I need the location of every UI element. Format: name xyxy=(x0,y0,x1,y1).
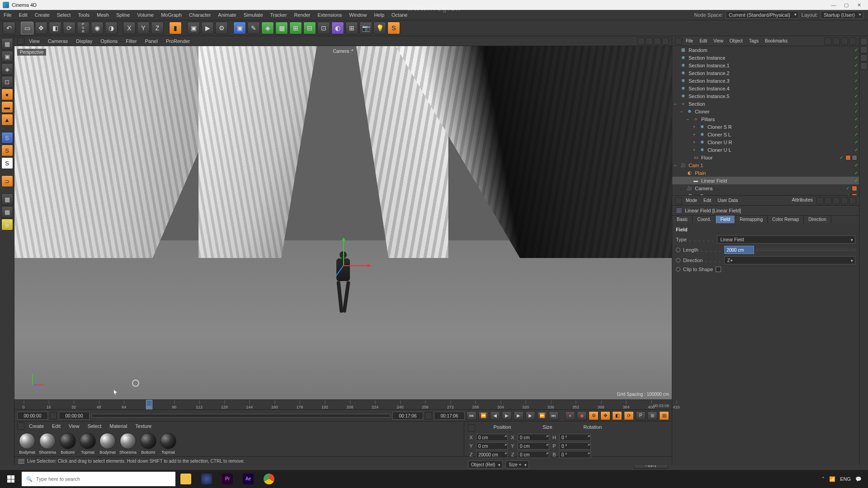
play-backward[interactable]: ▶ xyxy=(502,411,512,420)
render-picture[interactable]: ▶ xyxy=(201,22,214,34)
param-key[interactable]: P xyxy=(636,411,646,420)
material-item[interactable]: Bodymat xyxy=(19,433,35,455)
tree-expand-icon[interactable]: + xyxy=(693,132,698,137)
menu-octane[interactable]: Octane xyxy=(388,11,411,19)
enable-toggle[interactable]: ✓ xyxy=(854,125,859,129)
record-key[interactable]: ● xyxy=(565,411,575,420)
tree-expand-icon[interactable]: – xyxy=(680,109,685,114)
object-row[interactable]: –○Pillars✓ xyxy=(672,115,859,123)
objmenu-tags[interactable]: Tags xyxy=(746,38,761,44)
attrtab-direction[interactable]: Direction xyxy=(804,216,831,223)
enable-toggle[interactable]: ✓ xyxy=(854,71,859,75)
workplane-mode[interactable]: ⊡ xyxy=(1,76,13,88)
menu-select[interactable]: Select xyxy=(53,11,75,19)
size-y[interactable]: 0 cm xyxy=(518,442,549,450)
taskbar-search[interactable]: 🔍 Type here to search xyxy=(22,472,175,486)
viewmenu-display[interactable]: Display xyxy=(72,37,96,45)
matmenu-material[interactable]: Material xyxy=(106,422,131,430)
rotate-tool[interactable]: ⟳ xyxy=(63,22,75,34)
matmenu-texture[interactable]: Texture xyxy=(132,422,155,430)
object-row[interactable]: ▬Linear Field✓ xyxy=(672,177,859,184)
menu-mesh[interactable]: Mesh xyxy=(93,11,113,19)
attr-up-icon[interactable] xyxy=(825,197,832,204)
attrtab-coord-[interactable]: Coord. xyxy=(693,216,716,223)
camera-button[interactable]: 📷 xyxy=(359,22,372,34)
attr-clip-checkbox[interactable] xyxy=(716,267,721,272)
object-tag-icon[interactable] xyxy=(852,155,857,160)
viewport-nav-2[interactable] xyxy=(646,38,653,45)
timeline-ruler[interactable]: 00:03:09 0163248648096112128144160176192… xyxy=(14,399,672,409)
object-tree[interactable]: ⊞Random✓❄Section Instance✓❄Section Insta… xyxy=(672,46,859,195)
size-x[interactable]: 0 cm xyxy=(518,434,549,441)
deformer-button[interactable]: ◐ xyxy=(331,22,344,34)
menu-tracker[interactable]: Tracker xyxy=(267,11,291,19)
cube-primitive[interactable]: ▮ xyxy=(169,22,182,34)
viewport-solo[interactable]: ▦ xyxy=(1,193,13,205)
select-tool[interactable]: ▭ xyxy=(21,22,33,34)
viewport-solo3[interactable]: ◉ xyxy=(1,219,13,230)
keyframe-sel[interactable]: ⚙ xyxy=(589,411,599,420)
menu-mograph[interactable]: MoGraph xyxy=(157,11,185,19)
cloner-button[interactable]: ⊟ xyxy=(303,22,316,34)
taskbar-explorer[interactable] xyxy=(175,470,196,488)
enable-toggle[interactable]: ✓ xyxy=(854,48,859,52)
viewport-solo2[interactable]: ▩ xyxy=(1,206,13,218)
object-row[interactable]: ❄Section Instance.4✓ xyxy=(672,84,859,92)
menu-animate[interactable]: Animate xyxy=(214,11,240,19)
object-row[interactable]: ❄Section Instance.5✓ xyxy=(672,92,859,100)
pos-y[interactable]: 0 cm xyxy=(476,442,508,450)
attrtab-field[interactable]: Field xyxy=(716,216,735,223)
enable-toggle[interactable]: ✓ xyxy=(846,186,850,191)
window-maximize[interactable]: ▢ xyxy=(840,1,853,9)
tree-expand-icon[interactable]: + xyxy=(693,125,698,129)
material-item[interactable]: Topmat xyxy=(160,433,176,455)
enable-toggle[interactable]: ✓ xyxy=(854,109,859,114)
viewport-nav-3[interactable] xyxy=(654,38,661,45)
object-row[interactable]: ⊞Random✓ xyxy=(672,46,859,54)
object-row[interactable]: ❄Section Instance✓ xyxy=(672,54,859,61)
attr-length-input[interactable]: 2000 cm xyxy=(724,246,754,254)
psr-tool[interactable]: PSR xyxy=(77,22,90,34)
object-tag-icon[interactable] xyxy=(852,186,857,191)
next-frame[interactable]: ▶ xyxy=(525,411,535,420)
field-button[interactable]: ⊡ xyxy=(317,22,330,34)
attrmenu-mode[interactable]: Mode xyxy=(683,197,700,204)
timeline-settings[interactable]: ▤ xyxy=(659,411,669,420)
axis-x-button[interactable]: X xyxy=(123,22,136,34)
material-item[interactable]: Shoesma xyxy=(39,433,56,455)
attrmenu-edit[interactable]: Edit xyxy=(701,197,714,204)
undo-button[interactable]: ↶ xyxy=(3,22,15,34)
rot-p[interactable]: 0 ° xyxy=(559,442,591,450)
make-editable[interactable]: ▦ xyxy=(1,38,13,50)
matmenu-view[interactable]: View xyxy=(65,422,83,430)
prev-frame[interactable]: ◀ xyxy=(490,411,500,420)
menu-help[interactable]: Help xyxy=(370,11,388,19)
attr-length-anim-icon[interactable] xyxy=(676,248,680,252)
rtool-3[interactable] xyxy=(860,54,868,61)
texture-mode[interactable]: ◈ xyxy=(1,63,13,75)
snap-s2[interactable]: S xyxy=(1,145,13,156)
start-button[interactable] xyxy=(0,470,22,488)
subdiv-button[interactable]: ◈ xyxy=(261,22,274,34)
tree-expand-icon[interactable]: – xyxy=(674,102,679,106)
magnet-tool[interactable]: ⊃ xyxy=(1,175,13,187)
tray-language[interactable]: ENG xyxy=(840,476,851,482)
objmenu-object[interactable]: Object xyxy=(727,38,745,44)
rtool-2[interactable] xyxy=(860,46,868,53)
attr-max-icon[interactable] xyxy=(849,197,856,204)
pos-key[interactable]: ✥ xyxy=(600,411,610,420)
viewport-3d[interactable]: Perspective Camera :* Grid Spacing : 100… xyxy=(14,46,672,399)
menu-character[interactable]: Character xyxy=(185,11,214,19)
size-z[interactable]: 0 cm xyxy=(518,451,549,458)
array-button[interactable]: ⊞ xyxy=(289,22,302,34)
object-row[interactable]: +❄Cloner S L✓ xyxy=(672,131,859,138)
enable-toggle[interactable]: ✓ xyxy=(854,140,859,145)
tray-network-icon[interactable]: 📶 xyxy=(829,476,835,482)
attr-new-icon[interactable] xyxy=(841,197,848,204)
viewport-nav-1[interactable] xyxy=(637,38,645,45)
objmenu-file[interactable]: File xyxy=(683,38,696,44)
goto-end[interactable]: ⏭ xyxy=(549,411,559,420)
range-slider[interactable] xyxy=(91,414,391,418)
rot-key[interactable]: ⟳ xyxy=(624,411,634,420)
viewmenu-prorender[interactable]: ProRender xyxy=(162,37,193,45)
